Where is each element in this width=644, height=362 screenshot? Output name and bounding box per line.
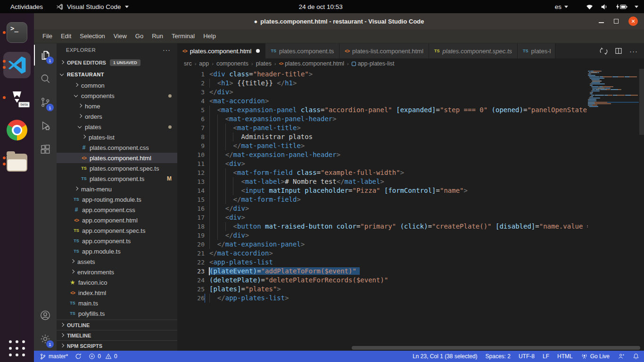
tree-item-polyfills.ts[interactable]: TSpolyfills.ts [57, 308, 177, 319]
go-live-button[interactable]: Go Live [581, 353, 610, 360]
tab-plates.component.html[interactable]: <>plates.component.html [177, 43, 265, 58]
code-line-17[interactable]: 17 <div> [177, 213, 644, 222]
breadcrumb-item-components[interactable]: components [216, 60, 248, 67]
dock-brave[interactable]: beta [2, 83, 32, 112]
window-title-bar[interactable]: ●plates.component.html - restaurant - Vi… [34, 13, 644, 29]
menu-terminal[interactable]: Terminal [167, 31, 199, 41]
code-line-23[interactable]: 23(plateEvent)="addPlateToForm($event)" [177, 267, 644, 276]
tree-item-home[interactable]: home [57, 101, 177, 111]
indentation-indicator[interactable]: Spaces: 2 [486, 353, 511, 360]
dock-terminal[interactable] [2, 18, 32, 47]
search-view-button[interactable] [34, 67, 57, 90]
horizontal-scrollbar[interactable] [352, 346, 640, 350]
code-line-10[interactable]: 10 </mat-expansion-panel-header> [177, 150, 644, 159]
settings-button[interactable]: 1 [34, 327, 57, 351]
tree-item-plates.component.html[interactable]: <>plates.component.html [57, 153, 177, 163]
open-changes-icon[interactable] [600, 47, 608, 55]
tree-item-app.module.ts[interactable]: TSapp.module.ts [57, 246, 177, 256]
timeline-section[interactable]: TIMELINE [57, 330, 177, 340]
split-editor-icon[interactable] [615, 47, 622, 55]
tree-item-app-routing.module.ts[interactable]: TSapp-routing.module.ts [57, 194, 177, 205]
menu-help[interactable]: Help [199, 31, 220, 41]
clock[interactable]: 24 de oct 10:53 [299, 0, 343, 13]
code-editor[interactable]: 1<div class="header-title">2 <h1> {{titl… [177, 69, 644, 351]
language-mode-indicator[interactable]: HTML [557, 353, 573, 360]
tree-item-plates[interactable]: plates [57, 122, 177, 132]
minimap[interactable] [588, 71, 639, 107]
code-line-15[interactable]: 15 </mat-form-field> [177, 195, 644, 204]
code-line-16[interactable]: 16 </div> [177, 204, 644, 213]
feedback-button[interactable] [618, 353, 625, 360]
eol-indicator[interactable]: LF [543, 353, 549, 360]
code-line-9[interactable]: 9 </mat-panel-title> [177, 141, 644, 150]
tree-item-plates.component.spec.ts[interactable]: TSplates.component.spec.ts [57, 163, 177, 173]
encoding-indicator[interactable]: UTF-8 [519, 353, 535, 360]
tree-item-main.ts[interactable]: TSmain.ts [57, 298, 177, 308]
menu-run[interactable]: Run [148, 31, 167, 41]
tab-plates-list.component.html[interactable]: <>plates-list.component.html [339, 43, 429, 58]
accounts-button[interactable] [34, 304, 57, 327]
tree-item-orders[interactable]: orders [57, 111, 177, 122]
code-line-26[interactable]: 26 </app-plates-list> [177, 294, 644, 303]
open-editors-section[interactable]: OPEN EDITORS 1 UNSAVED [57, 57, 177, 69]
tree-item-main-menu[interactable]: main-menu [57, 184, 177, 194]
run-debug-view-button[interactable] [34, 114, 57, 138]
vertical-scrollbar[interactable] [639, 69, 644, 135]
breadcrumb-item-app[interactable]: app [199, 60, 209, 67]
source-control-view-button[interactable]: 1 [34, 90, 57, 114]
cursor-position-indicator[interactable]: Ln 23, Col 1 (38 selected) [413, 353, 477, 360]
sidebar-actions-icon[interactable]: ··· [163, 46, 171, 54]
menu-view[interactable]: View [109, 31, 131, 41]
close-button[interactable]: ✕ [628, 16, 638, 26]
menu-go[interactable]: Go [131, 31, 148, 41]
tab-plates-l[interactable]: TSplates-l [518, 43, 555, 58]
menu-edit[interactable]: Edit [57, 31, 75, 41]
code-line-8[interactable]: 8 Administrar platos [177, 132, 644, 141]
tab-plates.component.spec.ts[interactable]: TSplates.component.spec.ts [429, 43, 518, 58]
tab-plates.component.ts[interactable]: TSplates.component.ts [265, 43, 339, 58]
npm-scripts-section[interactable]: NPM SCRIPTS [57, 340, 177, 351]
code-line-24[interactable]: 24(deletePlate)="deletePlateForRecords($… [177, 276, 644, 285]
maximize-button[interactable] [614, 19, 619, 24]
code-line-11[interactable]: 11 <div> [177, 159, 644, 168]
activities-button[interactable]: Actividades [10, 3, 43, 10]
code-line-25[interactable]: 25[plates]="plates"> [177, 285, 644, 294]
code-line-22[interactable]: 22<app-plates-list [177, 258, 644, 267]
code-line-13[interactable]: 13 <mat-label># Nombre test</mat-label> [177, 177, 644, 186]
tree-item-app.component.ts[interactable]: TSapp.component.ts [57, 236, 177, 246]
branch-indicator[interactable]: master* [40, 353, 68, 360]
dock-chrome[interactable] [2, 115, 32, 145]
show-applications-button[interactable] [9, 340, 25, 356]
tree-item-app.component.html[interactable]: <>app.component.html [57, 215, 177, 225]
tree-item-favicon.ico[interactable]: ★favicon.ico [57, 277, 177, 288]
breadcrumb-item-app-plates-list[interactable]: app-plates-list [352, 60, 395, 67]
tree-item-common[interactable]: common [57, 80, 177, 90]
code-line-6[interactable]: 6 <mat-expansion-panel-header> [177, 115, 644, 123]
minimize-button[interactable] [599, 22, 604, 23]
code-line-20[interactable]: 20 </mat-expansion-panel> [177, 240, 644, 249]
code-line-5[interactable]: 5 <mat-expansion-panel class="accordion-… [177, 106, 644, 115]
outline-section[interactable]: OUTLINE [57, 320, 177, 330]
more-actions-icon[interactable]: ··· [629, 47, 638, 55]
volume-icon[interactable] [601, 3, 609, 10]
tree-item-plates.component.css[interactable]: #plates.component.css [57, 142, 177, 153]
battery-charging-icon[interactable] [616, 4, 627, 10]
dock-files[interactable] [2, 148, 32, 177]
menu-file[interactable]: File [38, 31, 57, 41]
tree-item-index.html[interactable]: <>index.html [57, 288, 177, 298]
tree-item-plates-list[interactable]: plates-list [57, 132, 177, 142]
workspace-root-section[interactable]: RESTAURANT [57, 69, 177, 80]
code-line-3[interactable]: 3</div> [177, 88, 644, 97]
breadcrumb-item-src[interactable]: src [184, 60, 192, 67]
sync-button[interactable] [75, 353, 82, 360]
code-line-19[interactable]: 19 </div> [177, 231, 644, 240]
focused-app-menu[interactable]: Visual Studio Code [56, 3, 129, 10]
explorer-view-button[interactable]: 1 [34, 43, 57, 67]
extensions-view-button[interactable] [34, 138, 57, 161]
code-line-18[interactable]: 18 <button mat-raised-button color="prim… [177, 222, 644, 231]
breadcrumb-item-plates[interactable]: plates [256, 60, 272, 67]
code-line-7[interactable]: 7 <mat-panel-title> [177, 123, 644, 132]
code-line-14[interactable]: 14 <input matInput placeholder="Pizza" [… [177, 186, 644, 195]
tree-item-app.component.spec.ts[interactable]: TSapp.component.spec.ts [57, 225, 177, 236]
tree-item-assets[interactable]: assets [57, 256, 177, 267]
